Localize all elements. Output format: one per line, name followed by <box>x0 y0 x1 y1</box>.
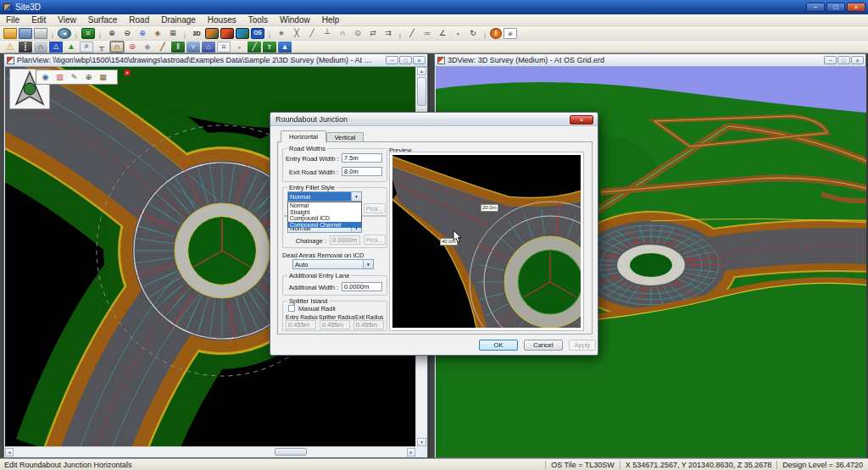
snap-intersection-icon[interactable]: ╳ <box>290 28 303 39</box>
zoom-out-icon[interactable]: ⊖ <box>120 28 134 39</box>
crossing-sign-icon[interactable]: △ <box>49 41 63 53</box>
dialog-close-button[interactable]: × <box>570 115 593 124</box>
retaining-wall-icon[interactable]: ╥ <box>95 41 108 53</box>
view-3d-icon[interactable]: 3D <box>190 28 203 39</box>
additional-width-field[interactable]: 0.0000m <box>342 282 382 291</box>
snap-perpendicular-icon[interactable]: ┴ <box>320 28 334 39</box>
dropdown-option[interactable]: Normal <box>288 202 361 209</box>
palette-icon[interactable]: ▥ <box>53 71 66 83</box>
cancel-button[interactable]: Cancel <box>524 340 563 351</box>
preview-canvas[interactable]: 20.0m 40.0m <box>392 155 581 328</box>
maximize-button[interactable]: □ <box>826 3 845 12</box>
earthworks-icon[interactable]: ▲ <box>64 41 78 53</box>
view3d-minimize-button[interactable]: − <box>824 56 837 64</box>
menu-item[interactable]: Road <box>123 14 155 25</box>
draw-parallel-icon[interactable]: ═ <box>420 28 434 39</box>
menu-item[interactable]: View <box>52 14 82 25</box>
view3d-close-button[interactable]: × <box>851 56 864 64</box>
draw-node-icon[interactable]: ◖ <box>451 28 465 39</box>
regrade-icon[interactable]: ◉ <box>39 71 52 83</box>
hazard-icon[interactable]: ⚠ <box>3 41 17 53</box>
snap-point-icon[interactable]: ∗ <box>275 28 288 39</box>
menu-item[interactable]: Houses <box>202 14 242 25</box>
errors-icon[interactable]: ! <box>490 28 502 39</box>
dropdown-option[interactable]: Straight <box>288 209 361 216</box>
back-icon[interactable]: ◄ <box>58 28 71 39</box>
surface-layers-icon[interactable]: ≡ <box>81 28 95 39</box>
chevron-down-icon[interactable]: ▼ <box>363 260 373 268</box>
chevron-down-icon[interactable]: ▼ <box>351 192 361 201</box>
site-road-icon[interactable]: ╱ <box>248 41 261 53</box>
scroll-right-icon[interactable]: ► <box>407 448 415 456</box>
minimize-button[interactable]: − <box>806 3 825 12</box>
snap-center-icon[interactable]: ⊙ <box>351 28 364 39</box>
bridge-icon[interactable]: ∩ <box>34 41 47 53</box>
plan-toolbar-close-icon[interactable]: × <box>124 69 131 76</box>
plan-minimize-button[interactable]: − <box>386 56 398 64</box>
junction-icon[interactable]: ∩ <box>110 41 124 53</box>
street-lighting-icon[interactable]: Y <box>186 41 200 53</box>
ok-button[interactable]: OK <box>479 340 518 351</box>
sphere-icon[interactable]: ● <box>232 41 246 53</box>
plan-horizontal-scrollbar[interactable]: ◄ ► <box>5 446 415 456</box>
chisel-icon[interactable]: ╱ <box>156 41 170 53</box>
entry-road-width-field[interactable]: 7.5m <box>342 153 382 163</box>
open-icon[interactable] <box>3 28 17 39</box>
bridge-tool-icon[interactable]: ▦ <box>97 71 109 83</box>
close-button[interactable]: × <box>847 3 865 12</box>
target-icon[interactable]: ⊕ <box>82 71 95 83</box>
manual-radii-checkbox[interactable] <box>288 305 295 312</box>
dialog-titlebar[interactable]: Roundabout Junction <box>270 113 598 126</box>
tab-horizontal[interactable]: Horizontal <box>281 130 326 142</box>
dropdown-option[interactable]: Compound ICD <box>288 215 361 222</box>
road-markings-icon[interactable]: ‖ <box>171 41 185 53</box>
zoom-extents-icon[interactable]: ⊞ <box>166 28 180 39</box>
menu-item[interactable]: Tools <box>242 14 274 25</box>
signpost-icon[interactable]: T <box>263 41 276 53</box>
pan-icon[interactable]: ◈ <box>151 28 164 39</box>
draw-line-icon[interactable]: ╱ <box>405 28 419 39</box>
house-icon[interactable]: ⌂ <box>202 41 215 53</box>
menu-item[interactable]: File <box>0 14 25 25</box>
plan-vscroll-thumb[interactable] <box>417 77 426 106</box>
dead-areas-combobox[interactable]: Auto ▼ <box>292 259 374 269</box>
render-terrain-icon[interactable] <box>205 28 219 39</box>
view3d-restore-button[interactable]: □ <box>837 56 850 64</box>
render-sunset-icon[interactable] <box>220 28 234 39</box>
menu-item[interactable]: Surface <box>82 14 123 25</box>
draw-polyline-icon[interactable]: ∠ <box>436 28 449 39</box>
menu-item[interactable]: Drainage <box>155 14 202 25</box>
entry-fillet-combobox[interactable]: Normal ▼ <box>287 191 362 202</box>
setting-out-table-icon[interactable]: # <box>80 41 93 53</box>
speed-sign-icon[interactable]: ⊚ <box>125 41 139 53</box>
view3d-titlebar[interactable]: 3DView: 3D Survey (Medium) - At OS Grid.… <box>435 54 865 67</box>
menu-item[interactable]: Edit <box>25 14 52 25</box>
snap-offset-icon[interactable]: ⇉ <box>381 28 395 39</box>
scroll-left-icon[interactable]: ◄ <box>5 448 14 456</box>
schedule-icon[interactable]: ≡ <box>217 41 231 53</box>
exit-road-width-field[interactable]: 8.0m <box>342 167 382 176</box>
terrain-icon[interactable]: ▲ <box>278 41 292 53</box>
menu-item[interactable]: Help <box>316 14 346 25</box>
plan-window-titlebar[interactable]: PlanView: \\tigon\wbp\1500\1540\drawings… <box>4 54 427 67</box>
snap-arc-icon[interactable]: ∩ <box>336 28 349 39</box>
os-grid-icon[interactable]: OS <box>251 28 264 39</box>
scroll-down-icon[interactable]: ▼ <box>417 438 426 446</box>
plan-restore-button[interactable]: □ <box>399 56 412 64</box>
zoom-in-icon[interactable]: ⊕ <box>105 28 119 39</box>
rock-icon[interactable]: ◆ <box>141 41 154 53</box>
plan-close-button[interactable]: × <box>413 56 426 64</box>
zoom-window-icon[interactable]: ⊕ <box>136 28 149 39</box>
draw-rotate-icon[interactable]: ↻ <box>466 28 480 39</box>
snap-line-icon[interactable]: ╱ <box>305 28 319 39</box>
render-globe-icon[interactable] <box>236 28 249 39</box>
print-icon[interactable] <box>34 28 47 39</box>
scroll-up-icon[interactable]: ▲ <box>417 67 426 75</box>
draw-road-icon[interactable]: ✎ <box>68 71 81 83</box>
snap-extend-icon[interactable]: ⇄ <box>366 28 380 39</box>
menu-item[interactable]: Window <box>274 14 316 25</box>
save-icon[interactable] <box>19 28 32 39</box>
plan-hscroll-thumb[interactable] <box>275 448 307 456</box>
report-icon[interactable]: ≣ <box>504 28 517 39</box>
road-icon[interactable]: ┋ <box>19 41 32 53</box>
